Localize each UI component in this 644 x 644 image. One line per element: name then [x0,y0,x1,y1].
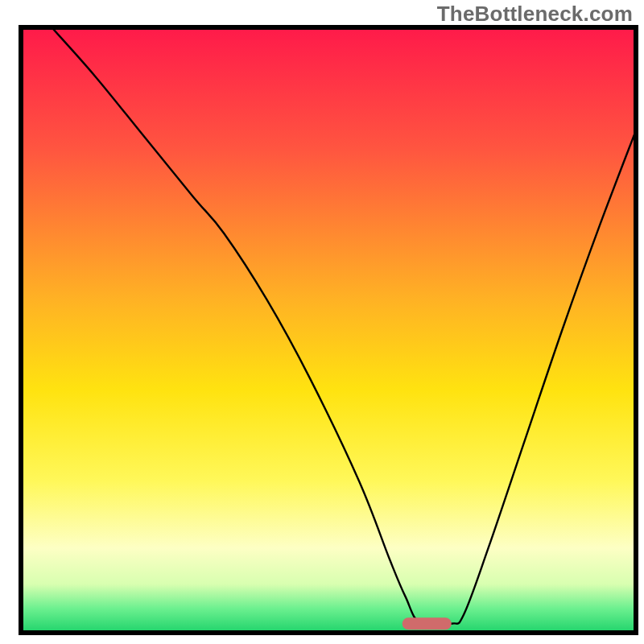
watermark-text: TheBottleneck.com [437,2,633,27]
svg-rect-2 [402,617,452,630]
svg-rect-1 [21,27,636,633]
bottleneck-chart: TheBottleneck.com [0,0,644,644]
chart-svg [0,0,644,644]
